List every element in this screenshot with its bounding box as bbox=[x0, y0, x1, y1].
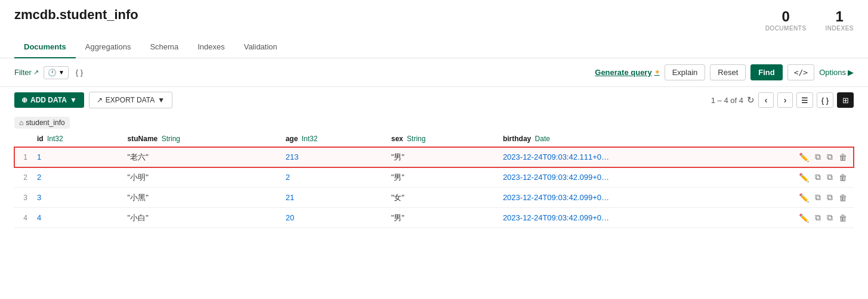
tabs-bar: Documents Aggregations Schema Indexes Va… bbox=[0, 36, 868, 58]
tab-schema[interactable]: Schema bbox=[140, 36, 188, 58]
birthday-link[interactable]: 2023-12-24T09:03:42.099+0… bbox=[503, 213, 609, 222]
row-actions-cell: ✏️ ⧉ ⧉ 🗑 bbox=[792, 188, 854, 208]
grid-view-button[interactable]: ⊞ bbox=[837, 92, 854, 108]
export-data-button[interactable]: ↗ EXPORT DATA ▼ bbox=[89, 92, 172, 108]
delete-row-button[interactable]: 🗑 bbox=[837, 151, 849, 163]
plus-icon: ⊕ bbox=[21, 96, 27, 104]
add-data-button[interactable]: ⊕ ADD DATA ▼ bbox=[14, 92, 84, 108]
edit-row-button[interactable]: ✏️ bbox=[797, 172, 811, 183]
documents-label: DOCUMENTS bbox=[765, 25, 807, 32]
row-actions: ✏️ ⧉ ⧉ 🗑 bbox=[797, 191, 849, 204]
copy-row-button[interactable]: ⧉ bbox=[813, 211, 823, 224]
pagination-area: 1 – 4 of 4 ↻ ‹ › ☰ { } ⊞ bbox=[711, 92, 854, 108]
clone-row-button[interactable]: ⧉ bbox=[825, 171, 835, 183]
list-view-button[interactable]: ☰ bbox=[796, 92, 813, 108]
cell-stuname: "小黑" bbox=[123, 188, 281, 208]
collection-name: student_info bbox=[26, 119, 64, 127]
action-bar: ⊕ ADD DATA ▼ ↗ EXPORT DATA ▼ 1 – 4 of 4 … bbox=[0, 87, 868, 113]
cell-id: 4 bbox=[32, 208, 123, 228]
top-bar: zmcdb.student_info 0 DOCUMENTS 1 INDEXES bbox=[0, 0, 868, 32]
cell-birthday: 2023-12-24T09:03:42.099+0… bbox=[498, 167, 792, 188]
documents-count: 0 bbox=[765, 10, 807, 24]
age-link[interactable]: 2 bbox=[286, 173, 290, 182]
id-link[interactable]: 3 bbox=[37, 193, 41, 202]
edit-row-button[interactable]: ✏️ bbox=[797, 151, 811, 163]
clone-row-button[interactable]: ⧉ bbox=[825, 151, 835, 163]
id-link[interactable]: 4 bbox=[37, 213, 41, 222]
find-button[interactable]: Find bbox=[750, 64, 782, 80]
copy-row-button[interactable]: ⧉ bbox=[813, 151, 823, 163]
refresh-button[interactable]: ↻ bbox=[747, 95, 755, 105]
cell-age: 213 bbox=[281, 147, 387, 167]
col-header-id: id Int32 bbox=[32, 131, 123, 147]
tab-documents[interactable]: Documents bbox=[14, 36, 76, 58]
tab-indexes[interactable]: Indexes bbox=[188, 36, 234, 58]
row-actions: ✏️ ⧉ ⧉ 🗑 bbox=[797, 211, 849, 224]
spark-icon: ✦ bbox=[654, 68, 660, 76]
prev-page-button[interactable]: ‹ bbox=[758, 92, 774, 108]
options-button[interactable]: Options ▶ bbox=[819, 68, 854, 77]
explain-button[interactable]: Explain bbox=[665, 64, 706, 80]
cell-age: 2 bbox=[281, 167, 387, 188]
cell-birthday: 2023-12-24T09:03:42.099+0… bbox=[498, 208, 792, 228]
delete-row-button[interactable]: 🗑 bbox=[837, 192, 849, 204]
code-view-toggle-button[interactable]: { } bbox=[817, 92, 833, 108]
toolbar: Filter ↗ 🕐 ▼ { } Generate query ✦ Explai… bbox=[0, 58, 868, 87]
row-number: 1 bbox=[14, 147, 32, 167]
cell-id: 2 bbox=[32, 167, 123, 188]
table-row: 1 1 "老六" 213 "男" 2023-12-24T09:03:42.111… bbox=[14, 147, 854, 167]
indexes-label: INDEXES bbox=[826, 25, 854, 32]
col-header-sex: sex String bbox=[387, 131, 498, 147]
cell-stuname: "小明" bbox=[123, 167, 281, 188]
table-row: 4 4 "小白" 20 "男" 2023-12-24T09:03:42.099+… bbox=[14, 208, 854, 228]
clock-icon: 🕐 bbox=[48, 68, 57, 77]
cell-sex: "男" bbox=[387, 147, 498, 167]
table-row: 2 2 "小明" 2 "男" 2023-12-24T09:03:42.099+0… bbox=[14, 167, 854, 188]
tab-validation[interactable]: Validation bbox=[234, 36, 287, 58]
time-filter-button[interactable]: 🕐 ▼ bbox=[44, 66, 69, 79]
delete-row-button[interactable]: 🗑 bbox=[837, 212, 849, 224]
clone-row-button[interactable]: ⧉ bbox=[825, 211, 835, 224]
documents-stat: 0 DOCUMENTS bbox=[765, 10, 807, 32]
col-header-age: age Int32 bbox=[281, 131, 387, 147]
birthday-link[interactable]: 2023-12-24T09:03:42.099+0… bbox=[503, 173, 609, 182]
cell-id: 1 bbox=[32, 147, 123, 167]
age-link[interactable]: 21 bbox=[286, 193, 294, 202]
export-arrow-icon: ▼ bbox=[157, 96, 165, 104]
row-actions-cell: ✏️ ⧉ ⧉ 🗑 bbox=[792, 208, 854, 228]
collection-badge: ⌂ student_info bbox=[14, 117, 70, 129]
col-header-stuname: stuName String bbox=[123, 131, 281, 147]
delete-row-button[interactable]: 🗑 bbox=[837, 172, 849, 183]
table-row: 3 3 "小黑" 21 "女" 2023-12-24T09:03:42.099+… bbox=[14, 188, 854, 208]
age-link[interactable]: 213 bbox=[286, 152, 299, 161]
col-header-birthday: birthday Date bbox=[498, 131, 792, 147]
edit-row-button[interactable]: ✏️ bbox=[797, 192, 811, 204]
age-link[interactable]: 20 bbox=[286, 213, 294, 222]
cell-stuname: "老六" bbox=[123, 147, 281, 167]
id-link[interactable]: 2 bbox=[37, 173, 41, 182]
cell-age: 21 bbox=[281, 188, 387, 208]
external-link-icon: ↗ bbox=[33, 68, 39, 76]
chevron-down-icon: ▼ bbox=[58, 69, 64, 76]
filter-link[interactable]: Filter ↗ bbox=[14, 68, 39, 77]
clone-row-button[interactable]: ⧉ bbox=[825, 191, 835, 204]
add-data-label: ADD DATA bbox=[30, 96, 67, 104]
id-link[interactable]: 1 bbox=[37, 152, 41, 161]
stats-area: 0 DOCUMENTS 1 INDEXES bbox=[765, 10, 854, 32]
next-page-button[interactable]: › bbox=[777, 92, 793, 108]
edit-row-button[interactable]: ✏️ bbox=[797, 212, 811, 224]
copy-row-button[interactable]: ⧉ bbox=[813, 171, 823, 183]
reset-button[interactable]: Reset bbox=[710, 64, 746, 80]
code-view-button[interactable]: </> bbox=[787, 64, 814, 80]
options-arrow-icon: ▶ bbox=[848, 68, 854, 77]
birthday-link[interactable]: 2023-12-24T09:03:42.099+0… bbox=[503, 193, 609, 202]
generate-query-button[interactable]: Generate query ✦ bbox=[595, 68, 659, 77]
table-header-row: id Int32 stuName String age Int32 sex St… bbox=[14, 131, 854, 147]
data-table: id Int32 stuName String age Int32 sex St… bbox=[14, 131, 854, 228]
tab-aggregations[interactable]: Aggregations bbox=[76, 36, 141, 58]
cell-sex: "男" bbox=[387, 208, 498, 228]
birthday-link[interactable]: 2023-12-24T09:03:42.111+0… bbox=[503, 152, 609, 161]
copy-row-button[interactable]: ⧉ bbox=[813, 191, 823, 204]
table-container: id Int32 stuName String age Int32 sex St… bbox=[0, 131, 868, 228]
cell-birthday: 2023-12-24T09:03:42.099+0… bbox=[498, 188, 792, 208]
